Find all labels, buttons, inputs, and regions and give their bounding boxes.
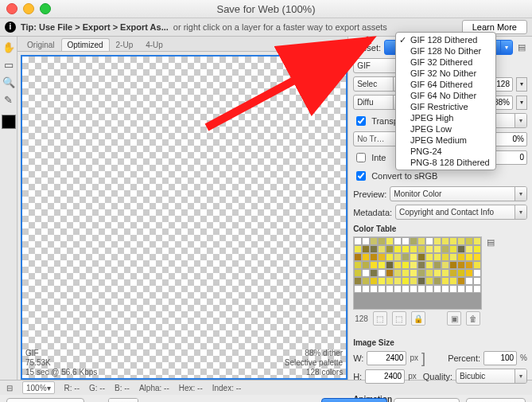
- color-swatch[interactable]: [465, 253, 473, 261]
- color-swatch[interactable]: [378, 245, 386, 253]
- color-swatch[interactable]: [473, 277, 481, 285]
- preset-option[interactable]: GIF Restrictive: [396, 101, 495, 112]
- color-swatch[interactable]: [370, 269, 378, 277]
- preset-option[interactable]: JPEG Medium: [396, 135, 495, 146]
- color-swatch[interactable]: [465, 261, 473, 269]
- color-swatch[interactable]: [410, 261, 417, 269]
- color-swatch[interactable]: [457, 245, 465, 253]
- color-swatch[interactable]: [362, 253, 370, 261]
- color-swatch[interactable]: [378, 253, 386, 261]
- color-swatch[interactable]: [402, 237, 410, 245]
- width-input[interactable]: [367, 351, 406, 365]
- color-swatch[interactable]: [441, 261, 449, 269]
- color-swatch[interactable]: [457, 237, 465, 245]
- color-swatch[interactable]: [394, 253, 402, 261]
- color-swatch[interactable]: [370, 245, 378, 253]
- color-swatch[interactable]: [473, 245, 481, 253]
- color-swatch[interactable]: [449, 237, 457, 245]
- color-swatch[interactable]: [378, 237, 386, 245]
- color-swatch[interactable]: [457, 277, 465, 285]
- color-swatch[interactable]: [457, 253, 465, 261]
- tab-original[interactable]: Original: [21, 38, 60, 51]
- color-swatch[interactable]: [410, 285, 417, 293]
- browser-select[interactable]: ▾: [108, 398, 138, 402]
- color-swatch[interactable]: [433, 285, 441, 293]
- color-swatch[interactable]: [457, 261, 465, 269]
- color-swatch[interactable]: [410, 245, 417, 253]
- color-swatch[interactable]: [417, 245, 425, 253]
- status-hand-icon[interactable]: ⊟: [6, 384, 13, 392]
- color-swatch[interactable]: [370, 285, 378, 293]
- color-swatch[interactable]: [386, 253, 394, 261]
- color-table[interactable]: [353, 236, 482, 310]
- color-swatch[interactable]: [354, 237, 362, 245]
- preset-dropdown-menu[interactable]: GIF 128 DitheredGIF 128 No DitherGIF 32 …: [395, 32, 496, 170]
- color-swatch[interactable]: [449, 253, 457, 261]
- zoom-display[interactable]: 100% ▾: [22, 381, 55, 394]
- color-swatch[interactable]: [441, 237, 449, 245]
- color-swatch[interactable]: [394, 277, 402, 285]
- color-swatch[interactable]: [473, 285, 481, 293]
- color-swatch[interactable]: [386, 269, 394, 277]
- color-swatch[interactable]: [449, 245, 457, 253]
- color-swatch[interactable]: [362, 277, 370, 285]
- done-button[interactable]: Done: [466, 398, 526, 403]
- color-swatch[interactable]: [441, 245, 449, 253]
- color-swatch[interactable]: [370, 277, 378, 285]
- color-swatch[interactable]: [362, 285, 370, 293]
- height-input[interactable]: [365, 369, 405, 384]
- ct-trash-icon[interactable]: 🗑: [466, 311, 480, 326]
- link-dimensions-icon[interactable]: ]: [421, 354, 425, 362]
- color-swatch[interactable]: [378, 261, 386, 269]
- color-swatch[interactable]: [417, 253, 425, 261]
- color-swatch[interactable]: [433, 237, 441, 245]
- color-swatch[interactable]: [473, 261, 481, 269]
- color-swatch[interactable]: [433, 277, 441, 285]
- ct-lock-icon[interactable]: 🔒: [411, 311, 425, 326]
- color-swatch[interactable]: [394, 261, 402, 269]
- color-swatch[interactable]: [433, 245, 441, 253]
- color-swatch[interactable]: [402, 277, 410, 285]
- color-swatch[interactable]: [386, 245, 394, 253]
- color-swatch[interactable]: [362, 245, 370, 253]
- color-swatch[interactable]: [402, 285, 410, 293]
- color-swatch[interactable]: [354, 245, 362, 253]
- color-swatch[interactable]: [394, 237, 402, 245]
- color-swatch[interactable]: [354, 269, 362, 277]
- color-swatch[interactable]: [417, 277, 425, 285]
- color-swatch[interactable]: [410, 269, 417, 277]
- colors-stepper[interactable]: ▾: [516, 77, 527, 92]
- preview-canvas[interactable]: GIF88% dither 75.53KSelective palette 15…: [21, 55, 348, 380]
- color-swatch[interactable]: [370, 253, 378, 261]
- preset-option[interactable]: GIF 64 No Dither: [396, 90, 495, 101]
- color-swatch[interactable]: [425, 253, 433, 261]
- quality-select[interactable]: Bicubic▾: [456, 369, 527, 384]
- color-swatch[interactable]: [425, 261, 433, 269]
- color-swatch[interactable]: [417, 269, 425, 277]
- color-swatch[interactable]: [441, 253, 449, 261]
- color-swatch[interactable]: [417, 261, 425, 269]
- color-swatch[interactable]: [449, 285, 457, 293]
- color-swatch[interactable]: [410, 237, 417, 245]
- foreground-color-swatch[interactable]: [2, 115, 16, 129]
- tab-4up[interactable]: 4-Up: [139, 38, 169, 51]
- preset-option[interactable]: JPEG High: [396, 112, 495, 123]
- color-swatch[interactable]: [378, 269, 386, 277]
- color-swatch[interactable]: [465, 285, 473, 293]
- color-swatch[interactable]: [354, 285, 362, 293]
- tab-optimized[interactable]: Optimized: [61, 38, 110, 51]
- color-swatch[interactable]: [473, 237, 481, 245]
- color-swatch[interactable]: [457, 269, 465, 277]
- color-swatch[interactable]: [425, 285, 433, 293]
- tab-2up[interactable]: 2-Up: [110, 38, 140, 51]
- hand-tool[interactable]: ✋: [2, 40, 16, 54]
- metadata-select[interactable]: Copyright and Contact Info▾: [395, 205, 527, 220]
- color-swatch[interactable]: [449, 269, 457, 277]
- color-swatch[interactable]: [449, 277, 457, 285]
- save-button[interactable]: Save...: [321, 398, 387, 403]
- preview-select[interactable]: Monitor Color▾: [390, 186, 527, 201]
- color-swatch[interactable]: [402, 253, 410, 261]
- color-swatch[interactable]: [362, 237, 370, 245]
- color-swatch[interactable]: [433, 253, 441, 261]
- percent-input[interactable]: [483, 351, 517, 365]
